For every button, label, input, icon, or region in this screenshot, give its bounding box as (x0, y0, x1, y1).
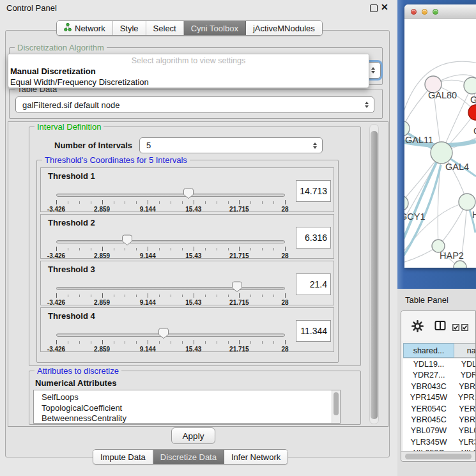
tab-select[interactable]: Select (146, 21, 184, 35)
table-row[interactable]: YDR27...YDR27... (403, 370, 476, 381)
tab-impute-data[interactable]: Impute Data (93, 450, 153, 464)
network-canvas[interactable]: GAL80 GA GAL11 C GAL4 GCY1 H HAP2 (404, 19, 476, 268)
window-minimize-button[interactable] (422, 9, 427, 15)
threshold-slider[interactable]: -3.4262.8599.14415.4321.71528 (56, 231, 285, 259)
tick-mark (285, 200, 286, 204)
slider-track[interactable] (56, 287, 285, 290)
tick-mark (68, 295, 68, 297)
list-item[interactable]: SelfLoops (34, 392, 340, 403)
slider-thumb[interactable] (122, 234, 132, 246)
intervals-combobox[interactable]: 5 (139, 137, 323, 153)
threshold-value-input[interactable]: 21.4 (296, 273, 331, 295)
tick-mark (79, 248, 80, 250)
tick-mark (114, 248, 114, 250)
close-icon[interactable]: ✕ (381, 2, 388, 12)
tick-mark (114, 341, 114, 344)
tick-mark (56, 247, 57, 251)
network-node-gal4[interactable] (431, 142, 452, 164)
list-item[interactable]: BetweennessCentrality (34, 413, 340, 424)
tick-label: 21.715 (229, 252, 249, 259)
table-row[interactable]: YBL079WYBL079W (403, 426, 476, 436)
threshold-label: Threshold 1 (48, 171, 95, 181)
threshold-value-input[interactable]: 6.316 (296, 227, 331, 249)
algorithm-popup: Select algorithm to view settings Manual… (8, 54, 369, 88)
slider-track[interactable] (56, 334, 285, 337)
popup-option-equal-width[interactable]: Equal Width/Frequency Discretization (10, 77, 149, 87)
horizontal-scrollbar[interactable] (401, 451, 475, 460)
tab-infer-network[interactable]: Infer Network (224, 450, 288, 464)
tick-mark (285, 340, 286, 344)
slider-track[interactable] (56, 240, 285, 243)
network-node-gcy1[interactable] (404, 196, 408, 211)
tick-label: 2.859 (94, 206, 110, 213)
float-window-icon[interactable] (370, 4, 378, 12)
network-view-window: GAL80 GA GAL11 C GAL4 GCY1 H HAP2 (404, 4, 476, 268)
threshold-slider[interactable]: -3.4262.8599.14415.4321.71528 (56, 278, 285, 306)
slider-track[interactable] (56, 194, 285, 197)
stepper-icon (371, 67, 375, 73)
tick-mark (91, 201, 91, 204)
network-node[interactable] (454, 261, 466, 268)
tick-mark (217, 295, 217, 297)
tick-mark (159, 341, 160, 344)
list-scrollbar[interactable] (332, 390, 340, 423)
window-close-button[interactable] (411, 9, 417, 15)
column-layout-icon[interactable] (434, 320, 446, 334)
table-row[interactable]: YER054CYER054C (403, 404, 476, 415)
slider-thumb[interactable] (158, 328, 169, 339)
checkbox-checked-icon[interactable] (461, 322, 468, 334)
checkbox-checked-icon[interactable] (452, 322, 459, 334)
apply-button[interactable]: Apply (171, 427, 215, 444)
tab-style[interactable]: Style (113, 21, 146, 35)
tick-mark (194, 340, 194, 344)
node-label: GAL4 (445, 162, 469, 172)
table-row[interactable]: YBR045CYBR045C (403, 415, 476, 426)
horizontal-scrollbar-thumb[interactable] (405, 454, 472, 459)
popup-option-manual[interactable]: Manual Discretization (10, 66, 96, 76)
tab-network[interactable]: Network (57, 21, 113, 35)
list-item[interactable]: TopologicalCoefficient (34, 403, 340, 414)
tick-mark (125, 248, 125, 250)
table-cell: YDR27... (454, 370, 476, 381)
threshold-value-input[interactable]: 11.344 (296, 320, 331, 342)
tick-mark (68, 341, 68, 344)
slider-thumb[interactable] (232, 281, 242, 293)
tick-mark (182, 201, 183, 204)
threshold-slider[interactable]: -3.4262.8599.14415.4321.71528 (56, 185, 285, 213)
tick-mark (125, 295, 125, 297)
tick-mark (228, 201, 229, 204)
gear-icon[interactable] (411, 320, 424, 335)
tick-label: 9.144 (140, 206, 156, 213)
table-row[interactable]: YPR145WYPR145W (403, 392, 476, 403)
network-node-red[interactable] (468, 105, 476, 120)
tick-mark (114, 201, 114, 204)
table-row[interactable]: YDL19...YDL19... (403, 359, 476, 370)
tick-mark (91, 341, 91, 344)
column-header-name[interactable]: name (454, 343, 476, 358)
vertical-scrollbar-thumb[interactable] (371, 131, 378, 419)
window-zoom-button[interactable] (433, 9, 438, 15)
threshold-panel-2: Threshold 2 -3.4262.8599.14415.4321.7152… (40, 214, 334, 259)
network-node[interactable] (464, 77, 476, 94)
tick-mark (217, 201, 217, 204)
threshold-value-input[interactable]: 14.713 (296, 180, 331, 202)
table-row[interactable]: YBR043CYBR043C (403, 381, 476, 392)
network-node[interactable] (459, 194, 475, 210)
tick-mark (250, 341, 251, 344)
table-row[interactable]: YLR345WYLR345W (403, 437, 476, 448)
table-cell: YBL079W (454, 426, 476, 436)
tab-jactivemnodules[interactable]: jActiveMNodules (246, 21, 322, 35)
threshold-label: Threshold 2 (48, 218, 95, 227)
column-header-shared-name[interactable]: shared... (403, 343, 454, 358)
tab-discretize-data[interactable]: Discretize Data (153, 450, 224, 464)
list-scrollbar-thumb[interactable] (334, 392, 339, 415)
table-data-combobox[interactable]: galFiltered.sif default node (15, 96, 374, 113)
attributes-list[interactable]: SelfLoopsTopologicalCoefficientBetweenne… (33, 390, 341, 424)
network-window-titlebar[interactable] (404, 4, 476, 19)
node-label: H (472, 210, 476, 220)
table-cell: YLR345W (403, 437, 454, 448)
network-icon (64, 23, 72, 33)
tab-cyni-toolbox[interactable]: Cyni Toolbox (184, 21, 246, 35)
threshold-slider[interactable]: -3.4262.8599.14415.4321.71528 (56, 325, 285, 353)
slider-thumb[interactable] (183, 188, 194, 199)
